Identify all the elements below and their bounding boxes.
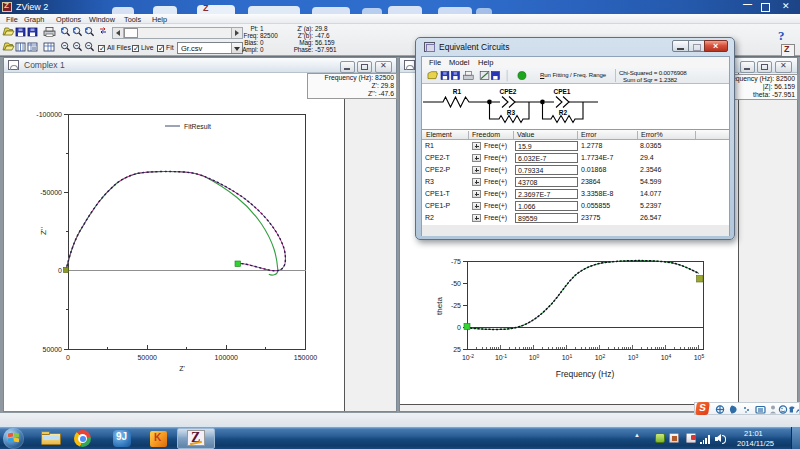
svg-text:50000: 50000 <box>137 354 157 361</box>
svg-text:100: 100 <box>529 353 540 362</box>
svg-text:Z': Z' <box>179 365 185 372</box>
svg-text:Z'': Z'' <box>39 227 48 235</box>
svg-text:102: 102 <box>595 353 606 362</box>
svg-text:50000: 50000 <box>43 346 63 353</box>
svg-text:R3: R3 <box>507 109 516 116</box>
svg-text:Frequency (Hz): Frequency (Hz) <box>556 369 615 379</box>
svg-text:105: 105 <box>694 353 705 362</box>
svg-text:R2: R2 <box>559 109 568 116</box>
svg-text:-50: -50 <box>451 280 461 287</box>
svg-text:101: 101 <box>562 353 573 362</box>
svg-text:-50000: -50000 <box>40 189 62 196</box>
svg-text:0: 0 <box>457 324 461 331</box>
svg-text:theta: theta <box>435 297 444 315</box>
svg-text:R1: R1 <box>453 88 462 95</box>
svg-text:-100000: -100000 <box>36 111 62 118</box>
svg-text:CPE2: CPE2 <box>500 88 517 95</box>
svg-text:-75: -75 <box>451 258 461 265</box>
svg-text:0: 0 <box>66 354 70 361</box>
svg-text:150000: 150000 <box>294 354 317 361</box>
svg-text:10-2: 10-2 <box>462 353 474 362</box>
svg-text:25: 25 <box>453 346 461 353</box>
svg-text:CPE1: CPE1 <box>554 88 571 95</box>
svg-text:10-1: 10-1 <box>495 353 507 362</box>
svg-text:100000: 100000 <box>215 354 238 361</box>
svg-text:FitResult: FitResult <box>184 123 211 130</box>
svg-text:0: 0 <box>58 267 62 274</box>
svg-text:-25: -25 <box>451 302 461 309</box>
svg-text:104: 104 <box>661 353 672 362</box>
svg-text:103: 103 <box>628 353 639 362</box>
